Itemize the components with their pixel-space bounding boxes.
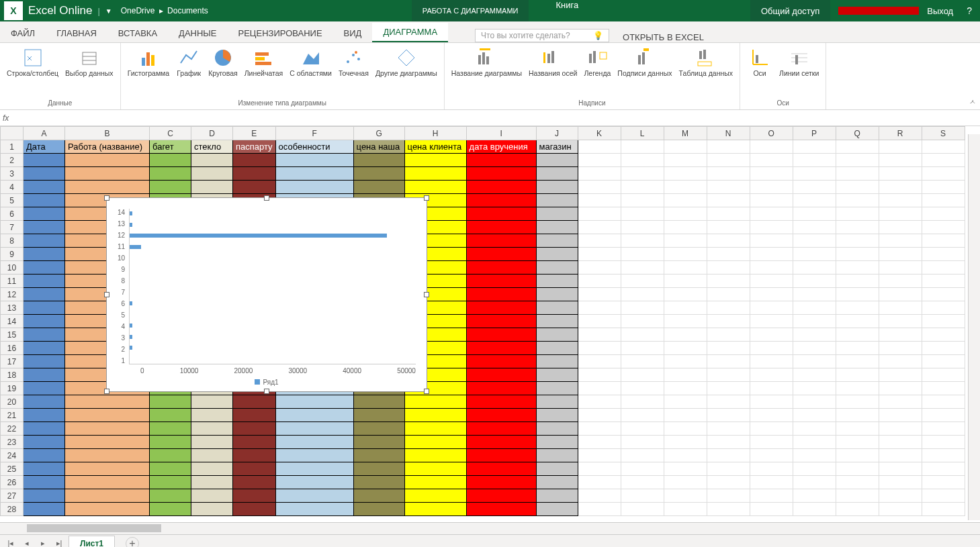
cell[interactable] [191,462,233,476]
breadcrumb[interactable]: OneDrive ▸ Documents [119,6,210,15]
cell[interactable] [793,275,836,288]
cell[interactable] [707,261,750,275]
cell[interactable] [793,462,836,476]
column-header[interactable]: O [750,127,793,140]
cell[interactable] [275,409,353,422]
cell[interactable] [536,503,578,516]
add-sheet-button[interactable]: + [126,537,139,548]
cell[interactable] [404,462,466,476]
cell[interactable] [65,476,150,489]
cell[interactable] [275,503,353,516]
cell[interactable] [750,409,793,422]
cell[interactable] [466,503,536,516]
cell[interactable] [793,140,836,154]
switch-row-column-button[interactable]: Строка/столбец [4,46,61,79]
cell[interactable] [621,275,664,288]
cell[interactable] [24,462,65,476]
cell[interactable] [879,476,922,489]
tab-review[interactable]: РЕЦЕНЗИРОВАНИЕ [228,24,333,42]
cell[interactable] [793,221,836,234]
cell[interactable] [536,409,578,422]
cell[interactable] [233,462,276,476]
cell[interactable] [793,181,836,194]
cell[interactable] [65,409,150,422]
cell[interactable] [466,368,536,382]
cell[interactable] [150,476,191,489]
cell[interactable] [466,288,536,301]
embedded-chart[interactable]: 1413121110987654321 01000020000300004000… [106,197,427,392]
cell[interactable]: багет [150,140,191,154]
cell[interactable]: Дата [24,140,65,154]
cell[interactable] [879,395,922,409]
cell[interactable] [707,194,750,207]
cell[interactable] [793,395,836,409]
cell[interactable] [922,288,965,301]
cell[interactable] [578,261,621,275]
cell[interactable] [404,422,466,436]
column-header[interactable]: J [536,127,578,140]
cell[interactable] [879,288,922,301]
data-table-button[interactable]: Таблица данных [676,46,736,79]
cell[interactable] [353,436,404,449]
cell[interactable] [466,248,536,261]
cell[interactable] [24,181,65,194]
resize-handle[interactable] [104,292,109,297]
cell[interactable] [879,301,922,315]
cell[interactable] [836,275,879,288]
cell[interactable] [536,194,578,207]
cell[interactable] [621,248,664,261]
tab-nav-last[interactable]: ▸| [52,539,66,547]
cell[interactable] [664,476,707,489]
cell[interactable] [793,154,836,167]
cell[interactable] [836,409,879,422]
column-header[interactable]: B [65,127,150,140]
cell[interactable] [836,288,879,301]
cell[interactable] [578,476,621,489]
cell[interactable] [664,181,707,194]
row-header[interactable]: 17 [1,355,24,368]
cell[interactable] [578,140,621,154]
cell[interactable] [150,395,191,409]
cell[interactable] [578,154,621,167]
cell[interactable] [879,181,922,194]
cell[interactable] [621,154,664,167]
row-header[interactable]: 18 [1,368,24,382]
cell[interactable] [664,382,707,395]
cell[interactable] [150,409,191,422]
tab-nav-next[interactable]: ▸ [36,539,50,547]
cell[interactable] [750,355,793,368]
cell[interactable] [621,140,664,154]
cell[interactable] [621,355,664,368]
cell[interactable] [466,167,536,181]
cell[interactable] [750,462,793,476]
cell[interactable] [536,181,578,194]
row-header[interactable]: 28 [1,503,24,516]
cell[interactable] [922,462,965,476]
cell[interactable] [621,422,664,436]
cell[interactable] [793,234,836,248]
cell[interactable] [664,221,707,234]
cell[interactable] [65,181,150,194]
area-chart-button[interactable]: С областями [287,46,335,79]
row-header[interactable]: 21 [1,409,24,422]
cell[interactable] [750,234,793,248]
cell[interactable] [879,409,922,422]
cell[interactable] [836,462,879,476]
cell[interactable] [275,436,353,449]
cell[interactable] [750,382,793,395]
cell[interactable] [707,449,750,462]
cell[interactable] [750,395,793,409]
cell[interactable] [836,449,879,462]
cell[interactable] [664,328,707,342]
cell[interactable] [466,207,536,221]
help-icon[interactable]: ? [967,5,972,16]
cell[interactable] [466,436,536,449]
cell[interactable] [65,503,150,516]
cell[interactable] [150,503,191,516]
cell[interactable] [536,328,578,342]
cell[interactable] [24,355,65,368]
cell[interactable] [922,301,965,315]
row-header[interactable]: 7 [1,221,24,234]
cell[interactable] [353,449,404,462]
cell[interactable] [707,248,750,261]
